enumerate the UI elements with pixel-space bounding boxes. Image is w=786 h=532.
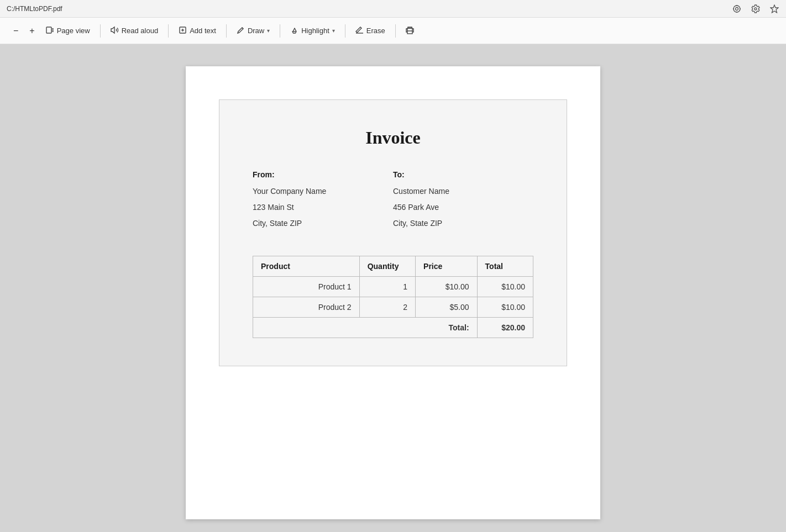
read-aloud-button[interactable]: Read aloud — [106, 21, 163, 41]
draw-label: Draw — [248, 27, 264, 35]
cell-product-1: Product 2 — [253, 297, 360, 318]
zoom-out-icon: − — [13, 26, 18, 36]
title-bar: C:/HTMLtoPDF.pdf — [0, 0, 786, 18]
total-value-cell: $20.00 — [477, 318, 533, 338]
add-text-button[interactable]: Add text — [174, 21, 221, 41]
from-label: From: — [253, 170, 393, 179]
pdf-page: Invoice From: Your Company Name 123 Main… — [186, 66, 600, 519]
svg-marker-6 — [771, 5, 778, 13]
invoice-title: Invoice — [253, 128, 533, 148]
print-button[interactable] — [401, 21, 418, 41]
add-text-label: Add text — [190, 27, 216, 35]
zoom-in-icon: + — [29, 26, 34, 36]
erase-label: Erase — [366, 27, 385, 35]
separator-5 — [345, 24, 345, 38]
toolbar: − + Page view Read aloud — [0, 18, 786, 44]
from-address2: City, State ZIP — [253, 218, 393, 229]
title-bar-icons — [732, 4, 779, 14]
draw-button[interactable]: Draw ▾ — [232, 21, 274, 41]
separator-4 — [280, 24, 280, 38]
draw-chevron-icon: ▾ — [267, 28, 270, 34]
svg-rect-16 — [407, 31, 412, 34]
page-view-label: Page view — [57, 27, 90, 35]
main-content: Invoice From: Your Company Name 123 Main… — [0, 44, 786, 532]
filename-label: C:/HTMLtoPDF.pdf — [7, 5, 62, 13]
invoice-parties: From: Your Company Name 123 Main St City… — [253, 170, 533, 234]
read-aloud-icon — [111, 26, 119, 36]
favorites-icon[interactable] — [732, 4, 742, 14]
total-row: Total: $20.00 — [253, 318, 533, 338]
invoice-table: Product Quantity Price Total Product 1 1… — [253, 256, 533, 338]
from-party: From: Your Company Name 123 Main St City… — [253, 170, 393, 234]
separator-1 — [100, 24, 101, 38]
to-company: Customer Name — [393, 186, 533, 197]
star-icon[interactable] — [769, 4, 779, 14]
cell-price-0: $10.00 — [416, 277, 478, 297]
col-header-total: Total — [477, 256, 533, 277]
cell-total-1: $10.00 — [477, 297, 533, 318]
from-address1: 123 Main St — [253, 202, 393, 213]
to-address1: 456 Park Ave — [393, 202, 533, 213]
erase-button[interactable]: Erase — [351, 21, 390, 41]
table-row: Product 2 2 $5.00 $10.00 — [253, 297, 533, 318]
highlight-button[interactable]: Highlight ▾ — [286, 21, 339, 41]
to-address2: City, State ZIP — [393, 218, 533, 229]
from-company: Your Company Name — [253, 186, 393, 197]
cell-price-1: $5.00 — [416, 297, 478, 318]
fit-page-button[interactable]: Page view — [41, 21, 95, 41]
print-icon — [406, 26, 414, 36]
total-label-cell: Total: — [253, 318, 478, 338]
highlight-chevron-icon: ▾ — [332, 28, 335, 34]
col-header-product: Product — [253, 256, 360, 277]
table-row: Product 1 1 $10.00 $10.00 — [253, 277, 533, 297]
table-header-row: Product Quantity Price Total — [253, 256, 533, 277]
draw-icon — [237, 26, 245, 36]
svg-rect-17 — [408, 27, 412, 28]
svg-point-1 — [736, 7, 738, 10]
separator-2 — [168, 24, 169, 38]
highlight-icon — [290, 26, 298, 36]
separator-3 — [226, 24, 227, 38]
highlight-label: Highlight — [301, 27, 329, 35]
to-party: To: Customer Name 456 Park Ave City, Sta… — [393, 170, 533, 234]
cell-product-0: Product 1 — [253, 277, 360, 297]
to-label: To: — [393, 170, 533, 179]
svg-rect-7 — [46, 27, 51, 33]
cell-qty-1: 2 — [359, 297, 415, 318]
cell-total-0: $10.00 — [477, 277, 533, 297]
read-aloud-label: Read aloud — [122, 27, 159, 35]
zoom-in-button[interactable]: + — [25, 21, 39, 41]
col-header-quantity: Quantity — [359, 256, 415, 277]
settings-icon[interactable] — [751, 4, 761, 14]
col-header-price: Price — [416, 256, 478, 277]
add-text-icon — [179, 26, 187, 36]
svg-point-0 — [733, 6, 740, 12]
fit-page-icon — [46, 26, 54, 36]
erase-icon — [355, 26, 364, 36]
invoice-container: Invoice From: Your Company Name 123 Main… — [219, 99, 567, 366]
cell-qty-0: 1 — [359, 277, 415, 297]
zoom-out-button[interactable]: − — [9, 21, 23, 41]
separator-6 — [395, 24, 396, 38]
